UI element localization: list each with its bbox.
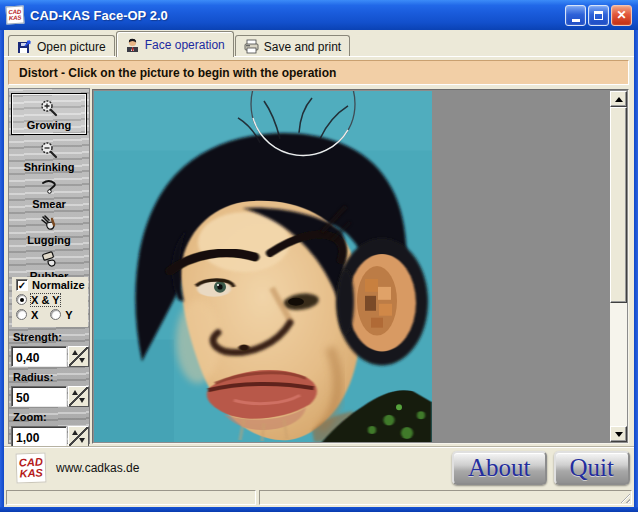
scroll-up-icon (615, 97, 623, 102)
close-icon: ✕ (616, 9, 626, 21)
radio-x-and-y[interactable] (16, 294, 27, 305)
spin-down-icon (79, 438, 85, 443)
axis-x-label: X (31, 309, 38, 321)
scrollbar-track[interactable] (610, 303, 627, 426)
axis-y-label: Y (65, 309, 72, 321)
eraser-hand-icon (39, 249, 59, 269)
tool-lugging-button[interactable]: Lugging (11, 211, 87, 247)
dragging-hand-icon (39, 213, 59, 233)
strength-spinner[interactable] (68, 346, 89, 367)
quit-button[interactable]: Quit (554, 451, 630, 485)
scroll-down-button[interactable] (610, 426, 627, 442)
strength-label: Strength: (13, 331, 62, 343)
distorted-face-image (94, 91, 432, 442)
window-border-right (634, 0, 638, 512)
strength-input[interactable] (11, 346, 67, 367)
zoom-input[interactable] (11, 426, 67, 447)
status-panel-left (6, 490, 256, 505)
tool-label: Shrinking (24, 161, 75, 174)
normalize-checkbox[interactable]: ✓ (16, 279, 28, 291)
radio-x[interactable] (16, 309, 27, 320)
titlebar: CAD KAS CAD-KAS Face-OP 2.0 ✕ (0, 0, 638, 30)
window-title: CAD-KAS Face-OP 2.0 (30, 8, 563, 23)
tool-label: Lugging (27, 234, 70, 247)
status-bar (4, 488, 634, 507)
tab-face-operation[interactable]: Face operation (116, 31, 234, 57)
maximize-button[interactable] (588, 5, 609, 26)
bottom-bar: CAD KAS www.cadkas.de About Quit (4, 446, 634, 488)
tab-label: Save and print (264, 40, 341, 54)
radio-dot (20, 298, 24, 302)
face-photo[interactable] (94, 91, 432, 442)
app-logo-icon: CAD KAS (6, 6, 25, 25)
axis-xy-row: X & Y (12, 292, 88, 307)
app-window: CAD KAS CAD-KAS Face-OP 2.0 ✕ Open pictu… (0, 0, 638, 512)
scrollbar-thumb[interactable] (610, 107, 627, 303)
radius-spinner[interactable] (68, 386, 89, 407)
spin-down-icon (79, 358, 85, 363)
spin-up-icon (72, 390, 78, 395)
magnifier-plus-icon (39, 98, 59, 118)
axis-x-y-row: X Y (12, 307, 88, 322)
picture-canvas (92, 89, 629, 444)
floppy-disk-icon (17, 39, 32, 54)
tool-growing-button[interactable]: Growing (11, 93, 87, 135)
canvas-empty-area (432, 91, 610, 442)
logo-text-line: KAS (9, 15, 22, 22)
maximize-icon (594, 11, 603, 20)
status-panel-right (259, 490, 632, 505)
tab-bar: Open picture Face operation Save and pri… (4, 30, 634, 57)
option-group: ✓ Normalize X & Y X Y (12, 277, 88, 327)
tab-label: Face operation (145, 38, 225, 52)
tool-panel: Growing Shrinking Smear Lugging (8, 88, 90, 444)
tool-label: Smear (32, 198, 66, 211)
tool-smear-button[interactable]: Smear (11, 175, 87, 211)
cadkas-logo: CAD KAS (15, 452, 46, 483)
close-button[interactable]: ✕ (611, 5, 632, 26)
radio-y[interactable] (50, 309, 61, 320)
zoom-spinner[interactable] (68, 426, 89, 447)
magnifier-minus-icon (39, 140, 59, 160)
radius-label: Radius: (13, 371, 53, 383)
scroll-up-button[interactable] (610, 91, 627, 107)
instruction-banner: Distort - Click on the picture to begin … (8, 60, 629, 85)
axis-xy-label: X & Y (31, 294, 60, 306)
logo-text-line: KAS (19, 467, 43, 479)
resize-grip-icon[interactable] (618, 491, 630, 503)
spin-down-icon (79, 398, 85, 403)
printer-icon (244, 39, 259, 54)
website-label: www.cadkas.de (56, 461, 452, 475)
tab-label: Open picture (37, 40, 106, 54)
scroll-down-icon (615, 432, 623, 437)
tab-save-and-print[interactable]: Save and print (235, 35, 350, 57)
minimize-icon (572, 19, 580, 22)
about-button[interactable]: About (452, 451, 547, 485)
face-icon (125, 37, 140, 52)
tab-open-picture[interactable]: Open picture (8, 35, 115, 57)
minimize-button[interactable] (565, 5, 586, 26)
spin-up-icon (72, 350, 78, 355)
window-border-left (0, 0, 4, 512)
check-icon: ✓ (18, 280, 26, 291)
smear-brush-icon (39, 177, 59, 197)
tool-shrinking-button[interactable]: Shrinking (11, 138, 87, 174)
tool-label: Growing (27, 119, 72, 132)
instruction-text: Distort - Click on the picture to begin … (19, 66, 336, 80)
window-border-bottom (0, 507, 638, 512)
normalize-row: ✓ Normalize (12, 277, 88, 292)
vertical-scrollbar[interactable] (610, 91, 627, 442)
radius-input[interactable] (11, 386, 67, 407)
normalize-label: Normalize (32, 279, 85, 291)
spin-up-icon (72, 430, 78, 435)
zoom-label: Zoom: (13, 411, 47, 423)
